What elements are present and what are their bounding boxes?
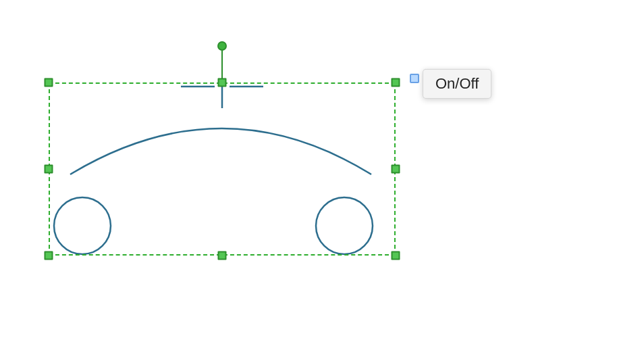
rotation-handle[interactable] bbox=[217, 41, 227, 51]
resize-handle-top-middle[interactable] bbox=[218, 78, 227, 87]
resize-handle-bottom-right[interactable] bbox=[392, 251, 400, 260]
resize-handle-top-right[interactable] bbox=[392, 78, 400, 87]
resize-handle-bottom-left[interactable] bbox=[45, 251, 53, 260]
resize-handle-top-left[interactable] bbox=[45, 78, 53, 87]
tooltip-label: On/Off bbox=[435, 75, 479, 92]
action-indicator[interactable] bbox=[410, 74, 419, 83]
resize-handle-middle-left[interactable] bbox=[45, 165, 53, 174]
resize-handle-bottom-middle[interactable] bbox=[218, 251, 227, 260]
selection-box bbox=[49, 82, 396, 256]
resize-handle-middle-right[interactable] bbox=[392, 165, 400, 174]
tooltip: On/Off bbox=[423, 69, 491, 99]
canvas[interactable]: On/Off bbox=[0, 0, 644, 338]
rotation-line bbox=[221, 46, 223, 82]
